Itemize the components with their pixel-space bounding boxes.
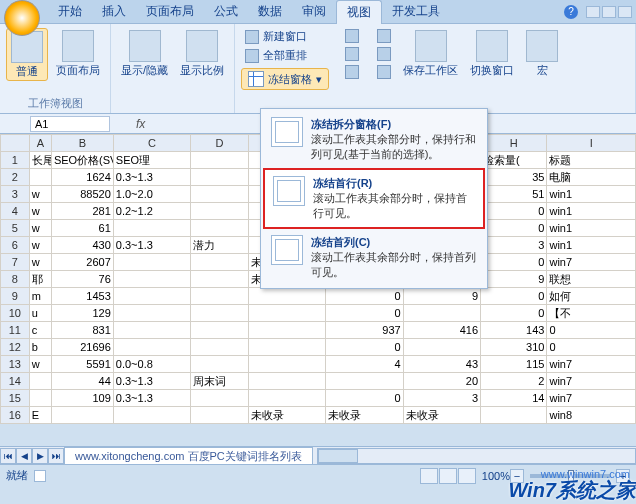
tab-view[interactable]: 视图 xyxy=(336,0,382,24)
row-header[interactable]: 15 xyxy=(1,390,30,407)
col-header[interactable]: B xyxy=(51,135,113,152)
row-header[interactable]: 14 xyxy=(1,373,30,390)
view-normal-button[interactable]: 普通 xyxy=(6,28,48,81)
cell[interactable] xyxy=(113,339,190,356)
cell[interactable]: win7 xyxy=(547,254,636,271)
cell[interactable]: 未收录 xyxy=(403,407,480,424)
scrollbar-thumb[interactable] xyxy=(318,449,358,463)
row-header[interactable]: 7 xyxy=(1,254,30,271)
cell[interactable]: 3 xyxy=(481,237,547,254)
cell[interactable] xyxy=(191,152,249,169)
cell[interactable]: 0 xyxy=(481,203,547,220)
tab-data[interactable]: 数据 xyxy=(248,0,292,23)
cell[interactable]: w xyxy=(29,254,51,271)
cell[interactable]: 14 xyxy=(481,390,547,407)
cell[interactable]: 1624 xyxy=(51,169,113,186)
cell[interactable] xyxy=(248,305,325,322)
cell[interactable]: 0 xyxy=(481,220,547,237)
view-layout-shortcut[interactable] xyxy=(439,468,457,484)
row-header[interactable]: 11 xyxy=(1,322,30,339)
col-header[interactable]: C xyxy=(113,135,190,152)
cell[interactable]: 检索量( xyxy=(481,152,547,169)
cell[interactable]: u xyxy=(29,305,51,322)
cell[interactable]: 标题 xyxy=(547,152,636,169)
cell[interactable]: 0 xyxy=(326,390,403,407)
cell[interactable]: 0 xyxy=(326,288,403,305)
cell[interactable]: 2 xyxy=(481,373,547,390)
cell[interactable]: 0.0~0.8 xyxy=(113,356,190,373)
freeze-split-panes-item[interactable]: 冻结拆分窗格(F)滚动工作表其余部分时，保持行和列可见(基于当前的选择)。 xyxy=(263,111,485,168)
cell[interactable] xyxy=(113,254,190,271)
cell[interactable]: 51 xyxy=(481,186,547,203)
freeze-first-col-item[interactable]: 冻结首列(C)滚动工作表其余部分时，保持首列可见。 xyxy=(263,229,485,286)
cell[interactable]: 9 xyxy=(403,288,480,305)
cell[interactable]: win1 xyxy=(547,186,636,203)
row-header[interactable]: 2 xyxy=(1,169,30,186)
cell[interactable] xyxy=(191,322,249,339)
cell[interactable] xyxy=(191,203,249,220)
sync-scroll-button[interactable] xyxy=(373,28,395,44)
cell[interactable]: win1 xyxy=(547,220,636,237)
cell[interactable]: 88520 xyxy=(51,186,113,203)
zoom-in-button[interactable]: + xyxy=(616,469,630,483)
tab-insert[interactable]: 插入 xyxy=(92,0,136,23)
freeze-panes-button[interactable]: 冻结窗格▾ xyxy=(241,68,329,90)
cell[interactable]: w xyxy=(29,220,51,237)
cell[interactable]: w xyxy=(29,203,51,220)
cell[interactable]: win8 xyxy=(547,407,636,424)
cell[interactable]: 0.3~1.3 xyxy=(113,390,190,407)
close-button[interactable] xyxy=(618,6,632,18)
cell[interactable] xyxy=(29,390,51,407)
cell[interactable]: 1453 xyxy=(51,288,113,305)
row-header[interactable]: 8 xyxy=(1,271,30,288)
help-icon[interactable]: ? xyxy=(564,5,578,19)
cell[interactable]: win1 xyxy=(547,237,636,254)
cell[interactable]: w xyxy=(29,237,51,254)
compare-button[interactable] xyxy=(373,46,395,62)
cell[interactable]: 0 xyxy=(326,339,403,356)
cell[interactable] xyxy=(191,390,249,407)
sheet-nav-prev[interactable]: ◀ xyxy=(16,448,32,464)
cell[interactable]: m xyxy=(29,288,51,305)
cell[interactable]: 0 xyxy=(326,305,403,322)
cell[interactable] xyxy=(248,288,325,305)
cell[interactable]: 5591 xyxy=(51,356,113,373)
restore-button[interactable] xyxy=(602,6,616,18)
macro-record-icon[interactable] xyxy=(34,470,46,482)
show-hide-button[interactable]: 显示/隐藏 xyxy=(117,28,172,79)
cell[interactable] xyxy=(191,407,249,424)
arrange-all-button[interactable]: 全部重排 xyxy=(241,47,329,64)
cell[interactable]: 9 xyxy=(481,271,547,288)
cell[interactable]: 0 xyxy=(547,339,636,356)
cell[interactable] xyxy=(403,305,480,322)
cell[interactable]: 76 xyxy=(51,271,113,288)
view-pagelayout-button[interactable]: 页面布局 xyxy=(52,28,104,81)
new-window-button[interactable]: 新建窗口 xyxy=(241,28,329,45)
row-header[interactable]: 1 xyxy=(1,152,30,169)
cell[interactable] xyxy=(113,220,190,237)
cell[interactable] xyxy=(248,356,325,373)
cell[interactable]: 20 xyxy=(403,373,480,390)
cell[interactable]: 281 xyxy=(51,203,113,220)
row-header[interactable]: 16 xyxy=(1,407,30,424)
cell[interactable]: 61 xyxy=(51,220,113,237)
cell[interactable]: E xyxy=(29,407,51,424)
cell[interactable] xyxy=(326,373,403,390)
zoom-level[interactable]: 100% xyxy=(482,470,510,482)
cell[interactable]: 0 xyxy=(547,322,636,339)
cell[interactable]: b xyxy=(29,339,51,356)
cell[interactable]: 周末词 xyxy=(191,373,249,390)
cell[interactable]: 未收录 xyxy=(248,407,325,424)
cell[interactable]: 【不 xyxy=(547,305,636,322)
cell[interactable]: 3 xyxy=(403,390,480,407)
cell[interactable] xyxy=(29,169,51,186)
cell[interactable] xyxy=(191,220,249,237)
cell[interactable] xyxy=(248,390,325,407)
sheet-tab[interactable]: www.xitongcheng.com 百度PC关键词排名列表 xyxy=(64,447,313,465)
cell[interactable]: 21696 xyxy=(51,339,113,356)
cell[interactable]: 0.3~1.3 xyxy=(113,237,190,254)
cell[interactable]: win1 xyxy=(547,203,636,220)
minimize-button[interactable] xyxy=(586,6,600,18)
cell[interactable] xyxy=(248,322,325,339)
sheet-nav-last[interactable]: ⏭ xyxy=(48,448,64,464)
